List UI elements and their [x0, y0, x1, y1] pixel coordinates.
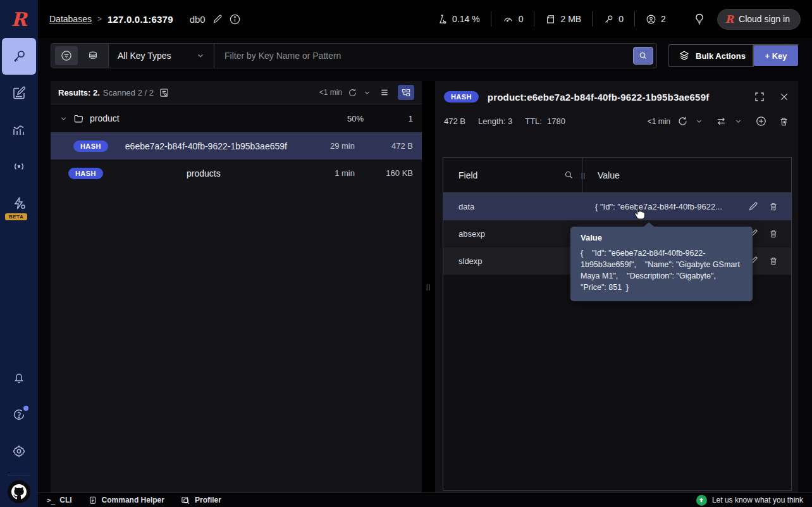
- key-details-header: HASH product:e6ebe7a2-b84f-40fb-9622-1b9…: [435, 81, 798, 106]
- memory-card-icon: [545, 14, 556, 25]
- sidebar-item-help[interactable]: [0, 396, 38, 433]
- app-root: R BETA: [0, 0, 812, 507]
- key-name: products: [103, 168, 304, 178]
- tooltip-body: { "Id": "e6ebe7a2-b84f-40fb-9622-1b95b3a…: [581, 247, 742, 294]
- ttl-value[interactable]: 1780: [547, 116, 565, 126]
- key-type-badge: HASH: [68, 168, 103, 179]
- key-type-badge: HASH: [444, 91, 479, 103]
- edit-field-button[interactable]: [747, 201, 758, 212]
- edit-db-alias-button[interactable]: [212, 14, 223, 25]
- key-search-input[interactable]: [214, 44, 633, 68]
- field-column-header[interactable]: Field ||: [443, 158, 582, 192]
- sidebar-item-browser[interactable]: [2, 38, 36, 75]
- nav-sidebar: R BETA: [0, 0, 38, 507]
- layers-icon: [679, 50, 690, 61]
- bell-icon: [12, 371, 26, 385]
- db-info-button[interactable]: [229, 13, 241, 25]
- key-details-title: product:e6ebe7a2-b84f-40fb-9622-1b95b3ae…: [488, 92, 745, 103]
- sidebar-item-notifications[interactable]: [0, 360, 38, 396]
- key-count-icon: [603, 14, 614, 25]
- beta-badge: BETA: [5, 213, 27, 220]
- hand-pointer-icon: [631, 204, 648, 222]
- delete-key-button[interactable]: [778, 116, 789, 127]
- triggers-functions-icon: [11, 196, 27, 211]
- chevron-down-icon[interactable]: [363, 89, 371, 97]
- stat-clients-value: 2: [661, 14, 666, 24]
- add-key-button[interactable]: + Key: [753, 44, 799, 67]
- stat-memory-value: 2 MB: [560, 14, 581, 24]
- key-row[interactable]: HASH products 1 min 160 KB: [51, 160, 422, 187]
- hash-field-row-selected[interactable]: data { "Id": "e6ebe7a2-b84f-40fb-9622...: [443, 193, 791, 220]
- cloud-sign-in-button[interactable]: R Cloud sign in: [717, 9, 801, 30]
- insights-trigger-button[interactable]: [693, 12, 706, 26]
- value-header-label: Value: [598, 170, 620, 180]
- bulk-actions-button[interactable]: Bulk Actions: [668, 44, 756, 67]
- search-filter-bar: All Key Types Bulk Actions + Key: [51, 43, 799, 68]
- value-tooltip: Value { "Id": "e6ebe7a2-b84f-40fb-9622-1…: [570, 227, 753, 301]
- workbench-icon: [11, 85, 27, 101]
- sidebar-item-pubsub[interactable]: [0, 148, 38, 185]
- close-details-button[interactable]: [779, 92, 789, 102]
- format-switcher-button[interactable]: [715, 116, 728, 127]
- connected-clients-icon: [646, 14, 656, 25]
- list-view-button[interactable]: [376, 85, 393, 100]
- sidebar-item-settings[interactable]: [0, 433, 38, 470]
- filter-mode-group: [51, 44, 108, 68]
- apply-search-button[interactable]: [633, 47, 653, 65]
- hash-field-value[interactable]: { "Id": "e6ebe7a2-b84f-40fb-9622...: [582, 202, 747, 211]
- sidebar-item-triggers-functions[interactable]: BETA: [0, 185, 38, 222]
- key-details-header-icons: [754, 91, 789, 103]
- sidebar-divider: [8, 475, 30, 475]
- plus-circle-icon: [755, 115, 767, 127]
- keys-list-panel: Results: 2. Scanned 2 / 2 <1 min: [51, 81, 422, 492]
- add-field-button[interactable]: [755, 115, 767, 127]
- delete-field-button[interactable]: [768, 201, 778, 212]
- tree-view-button[interactable]: [398, 85, 414, 100]
- sidebar-item-workbench[interactable]: [0, 75, 38, 111]
- panel-resize-handle[interactable]: ||: [422, 81, 435, 492]
- search-by-values-button[interactable]: [82, 46, 104, 65]
- pencil-icon: [747, 201, 758, 212]
- filter-by-type-button[interactable]: [55, 46, 78, 65]
- list-view-icon: [379, 88, 390, 97]
- folder-icon: [73, 113, 85, 124]
- tooltip-title: Value: [581, 233, 742, 242]
- scan-more-settings-button[interactable]: [159, 87, 169, 98]
- hash-field-name: sldexp: [443, 256, 582, 266]
- folder-name: product: [90, 113, 120, 123]
- stat-cpu-value: 0.14 %: [452, 14, 480, 24]
- search-fields-button[interactable]: [563, 170, 574, 180]
- keys-last-refresh-label: <1 min: [319, 88, 342, 97]
- key-folder-row[interactable]: product 50% 1: [51, 104, 422, 132]
- sidebar-item-analytics[interactable]: [0, 111, 38, 148]
- refresh-icon: [677, 115, 689, 127]
- profiler-toggle[interactable]: Profiler: [181, 496, 221, 505]
- redis-logo: R: [0, 0, 38, 38]
- column-resize-handle[interactable]: ||: [581, 172, 586, 178]
- command-helper-toggle[interactable]: Command Helper: [89, 496, 164, 505]
- details-refresh-button[interactable]: [677, 115, 689, 127]
- key-type-selected-label: All Key Types: [118, 51, 171, 61]
- key-size: 160 KB: [355, 168, 413, 178]
- sidebar-item-github[interactable]: [8, 480, 30, 503]
- expand-icon: [754, 91, 765, 103]
- key-row-selected[interactable]: HASH e6ebe7a2-b84f-40fb-9622-1b95b3ae659…: [51, 132, 422, 160]
- fullscreen-button[interactable]: [754, 91, 765, 103]
- chevron-down-icon[interactable]: [695, 117, 703, 125]
- cli-label: CLI: [59, 496, 71, 504]
- pencil-icon: [212, 14, 223, 25]
- trash-icon: [768, 228, 778, 239]
- redis-cloud-icon: R: [725, 13, 734, 25]
- redis-logo-icon: R: [11, 8, 27, 30]
- key-name: e6ebe7a2-b84f-40fb-9622-1b95b3ae659f: [108, 141, 304, 151]
- add-key-label: + Key: [765, 51, 787, 61]
- delete-field-button[interactable]: [768, 228, 778, 239]
- delete-field-button[interactable]: [768, 256, 778, 266]
- keys-refresh-button[interactable]: [347, 87, 358, 98]
- breadcrumb-databases-link[interactable]: Databases: [49, 14, 92, 24]
- cli-toggle[interactable]: >_ CLI: [47, 496, 72, 504]
- chevron-down-icon[interactable]: [734, 117, 742, 125]
- top-header: Databases > 127.0.0.1:6379 db0 0.14 % 0 …: [38, 0, 812, 38]
- feedback-link[interactable]: Let us know what you think: [696, 495, 803, 506]
- key-type-select[interactable]: All Key Types: [109, 44, 214, 68]
